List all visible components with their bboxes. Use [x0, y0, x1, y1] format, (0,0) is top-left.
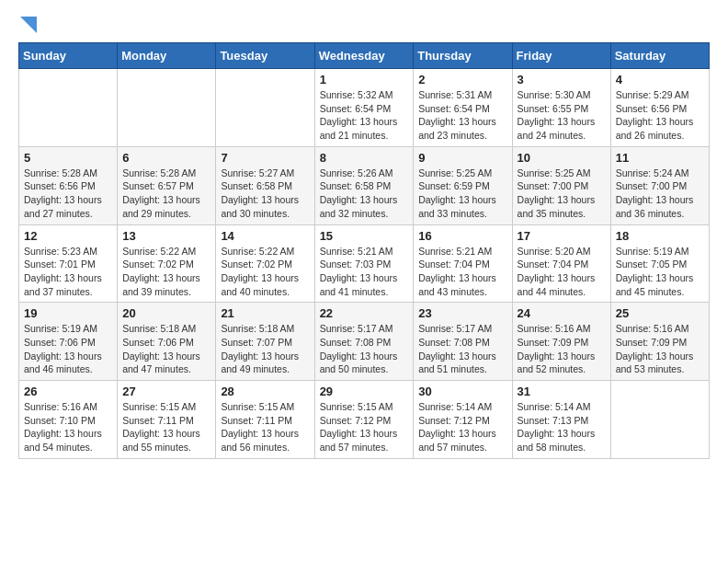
calendar-cell: 12 Sunrise: 5:23 AMSunset: 7:01 PMDaylig… [19, 224, 118, 303]
calendar-cell: 6 Sunrise: 5:28 AMSunset: 6:57 PMDayligh… [118, 146, 216, 224]
calendar-cell [610, 381, 709, 459]
day-number: 4 [616, 73, 704, 86]
weekday-header-wednesday: Wednesday [314, 43, 414, 69]
day-number: 28 [221, 385, 309, 398]
calendar-cell: 1 Sunrise: 5:32 AMSunset: 6:54 PMDayligh… [314, 69, 414, 147]
day-info: Sunrise: 5:16 AMSunset: 7:10 PMDaylight:… [24, 400, 112, 454]
day-number: 25 [616, 306, 704, 320]
calendar-cell: 9 Sunrise: 5:25 AMSunset: 6:59 PMDayligh… [414, 146, 512, 224]
day-info: Sunrise: 5:24 AMSunset: 7:00 PMDaylight:… [616, 167, 704, 221]
day-info: Sunrise: 5:26 AMSunset: 6:58 PMDaylight:… [320, 167, 409, 221]
calendar-cell: 26 Sunrise: 5:16 AMSunset: 7:10 PMDaylig… [19, 381, 118, 459]
logo [18, 18, 37, 33]
day-number: 27 [122, 385, 210, 398]
weekday-header-thursday: Thursday [414, 43, 512, 69]
day-info: Sunrise: 5:15 AMSunset: 7:11 PMDaylight:… [221, 400, 309, 454]
calendar-cell: 21 Sunrise: 5:18 AMSunset: 7:07 PMDaylig… [216, 303, 314, 381]
weekday-header-saturday: Saturday [610, 43, 709, 69]
calendar-cell: 10 Sunrise: 5:25 AMSunset: 7:00 PMDaylig… [512, 146, 610, 224]
calendar-cell: 25 Sunrise: 5:16 AMSunset: 7:09 PMDaylig… [610, 303, 709, 381]
calendar-week-row: 1 Sunrise: 5:32 AMSunset: 6:54 PMDayligh… [19, 69, 710, 147]
day-number: 22 [320, 306, 409, 320]
calendar-cell: 5 Sunrise: 5:28 AMSunset: 6:56 PMDayligh… [19, 146, 118, 224]
calendar-cell: 2 Sunrise: 5:31 AMSunset: 6:54 PMDayligh… [414, 69, 512, 147]
day-info: Sunrise: 5:19 AMSunset: 7:06 PMDaylight:… [24, 322, 112, 376]
calendar-cell [118, 69, 216, 147]
calendar-cell: 3 Sunrise: 5:30 AMSunset: 6:55 PMDayligh… [512, 69, 610, 147]
calendar-cell: 18 Sunrise: 5:19 AMSunset: 7:05 PMDaylig… [610, 224, 709, 303]
day-info: Sunrise: 5:19 AMSunset: 7:05 PMDaylight:… [616, 245, 704, 299]
day-number: 19 [24, 306, 112, 320]
day-number: 24 [518, 306, 606, 320]
day-number: 14 [221, 229, 309, 243]
day-info: Sunrise: 5:28 AMSunset: 6:56 PMDaylight:… [24, 167, 112, 221]
day-number: 10 [518, 151, 606, 165]
calendar-table: SundayMondayTuesdayWednesdayThursdayFrid… [18, 42, 710, 459]
day-info: Sunrise: 5:23 AMSunset: 7:01 PMDaylight:… [24, 245, 112, 299]
day-info: Sunrise: 5:25 AMSunset: 7:00 PMDaylight:… [518, 167, 606, 221]
page-header [18, 18, 710, 33]
calendar-cell: 29 Sunrise: 5:15 AMSunset: 7:12 PMDaylig… [314, 381, 414, 459]
day-info: Sunrise: 5:30 AMSunset: 6:55 PMDaylight:… [518, 88, 606, 143]
calendar-cell: 24 Sunrise: 5:16 AMSunset: 7:09 PMDaylig… [512, 303, 610, 381]
day-number: 13 [122, 229, 210, 243]
calendar-week-row: 12 Sunrise: 5:23 AMSunset: 7:01 PMDaylig… [19, 224, 710, 303]
calendar-cell: 8 Sunrise: 5:26 AMSunset: 6:58 PMDayligh… [314, 146, 414, 224]
calendar-week-row: 19 Sunrise: 5:19 AMSunset: 7:06 PMDaylig… [19, 303, 710, 381]
day-number: 7 [221, 151, 309, 165]
calendar-cell: 27 Sunrise: 5:15 AMSunset: 7:11 PMDaylig… [118, 381, 216, 459]
calendar-cell [216, 69, 314, 147]
day-info: Sunrise: 5:27 AMSunset: 6:58 PMDaylight:… [221, 167, 309, 221]
day-number: 31 [518, 385, 606, 398]
day-number: 6 [122, 151, 210, 165]
day-info: Sunrise: 5:16 AMSunset: 7:09 PMDaylight:… [518, 322, 606, 376]
day-number: 9 [418, 151, 506, 165]
day-info: Sunrise: 5:31 AMSunset: 6:54 PMDaylight:… [418, 88, 506, 143]
logo-arrow-icon [20, 17, 37, 33]
calendar-cell: 14 Sunrise: 5:22 AMSunset: 7:02 PMDaylig… [216, 224, 314, 303]
weekday-header-friday: Friday [512, 43, 610, 69]
calendar-week-row: 5 Sunrise: 5:28 AMSunset: 6:56 PMDayligh… [19, 146, 710, 224]
day-info: Sunrise: 5:32 AMSunset: 6:54 PMDaylight:… [320, 88, 409, 143]
calendar-cell: 28 Sunrise: 5:15 AMSunset: 7:11 PMDaylig… [216, 381, 314, 459]
calendar-header-row: SundayMondayTuesdayWednesdayThursdayFrid… [19, 43, 710, 69]
day-info: Sunrise: 5:29 AMSunset: 6:56 PMDaylight:… [616, 88, 704, 143]
day-info: Sunrise: 5:25 AMSunset: 6:59 PMDaylight:… [418, 167, 506, 221]
day-info: Sunrise: 5:14 AMSunset: 7:12 PMDaylight:… [418, 400, 506, 454]
day-number: 20 [122, 306, 210, 320]
day-info: Sunrise: 5:21 AMSunset: 7:03 PMDaylight:… [320, 245, 409, 299]
calendar-cell: 30 Sunrise: 5:14 AMSunset: 7:12 PMDaylig… [414, 381, 512, 459]
day-info: Sunrise: 5:16 AMSunset: 7:09 PMDaylight:… [616, 322, 704, 376]
day-number: 17 [518, 229, 606, 243]
day-number: 8 [320, 151, 409, 165]
day-info: Sunrise: 5:20 AMSunset: 7:04 PMDaylight:… [518, 245, 606, 299]
weekday-header-monday: Monday [118, 43, 216, 69]
day-info: Sunrise: 5:21 AMSunset: 7:04 PMDaylight:… [418, 245, 506, 299]
calendar-cell: 20 Sunrise: 5:18 AMSunset: 7:06 PMDaylig… [118, 303, 216, 381]
calendar-cell [19, 69, 118, 147]
calendar-cell: 7 Sunrise: 5:27 AMSunset: 6:58 PMDayligh… [216, 146, 314, 224]
day-number: 16 [418, 229, 506, 243]
day-number: 29 [320, 385, 409, 398]
calendar-cell: 13 Sunrise: 5:22 AMSunset: 7:02 PMDaylig… [118, 224, 216, 303]
day-number: 1 [320, 73, 409, 86]
calendar-cell: 17 Sunrise: 5:20 AMSunset: 7:04 PMDaylig… [512, 224, 610, 303]
day-number: 11 [616, 151, 704, 165]
day-info: Sunrise: 5:18 AMSunset: 7:06 PMDaylight:… [122, 322, 210, 376]
weekday-header-tuesday: Tuesday [216, 43, 314, 69]
calendar-cell: 31 Sunrise: 5:14 AMSunset: 7:13 PMDaylig… [512, 381, 610, 459]
day-info: Sunrise: 5:22 AMSunset: 7:02 PMDaylight:… [122, 245, 210, 299]
day-number: 30 [418, 385, 506, 398]
calendar-week-row: 26 Sunrise: 5:16 AMSunset: 7:10 PMDaylig… [19, 381, 710, 459]
day-number: 3 [518, 73, 606, 86]
calendar-cell: 23 Sunrise: 5:17 AMSunset: 7:08 PMDaylig… [414, 303, 512, 381]
day-number: 12 [24, 229, 112, 243]
day-info: Sunrise: 5:28 AMSunset: 6:57 PMDaylight:… [122, 167, 210, 221]
calendar-cell: 15 Sunrise: 5:21 AMSunset: 7:03 PMDaylig… [314, 224, 414, 303]
day-number: 18 [616, 229, 704, 243]
calendar-cell: 11 Sunrise: 5:24 AMSunset: 7:00 PMDaylig… [610, 146, 709, 224]
day-number: 26 [24, 385, 112, 398]
day-number: 15 [320, 229, 409, 243]
day-info: Sunrise: 5:15 AMSunset: 7:11 PMDaylight:… [122, 400, 210, 454]
day-info: Sunrise: 5:22 AMSunset: 7:02 PMDaylight:… [221, 245, 309, 299]
